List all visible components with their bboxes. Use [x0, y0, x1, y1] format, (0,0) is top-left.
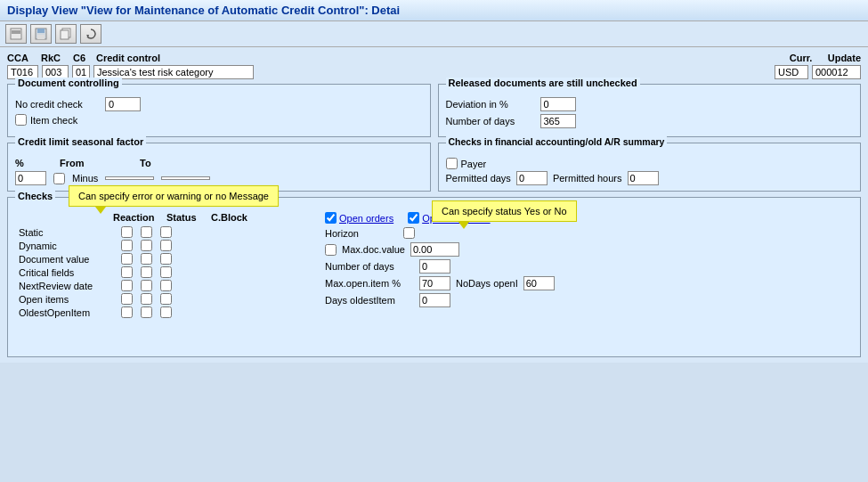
static-cb2[interactable] [141, 226, 152, 238]
item-check-checkbox[interactable] [15, 114, 27, 126]
open-items-cb1[interactable] [121, 293, 133, 305]
open-items-cb3[interactable] [160, 293, 172, 305]
max-open-item-row: Max.open.item % 70 NoDays openI 60 [325, 276, 853, 290]
doc-value-cb3[interactable] [160, 253, 172, 265]
no-days-open-label: NoDays openI [456, 278, 518, 289]
open-orders-checkbox[interactable] [325, 212, 337, 224]
permitted-days-value[interactable]: 0 [516, 171, 548, 185]
item-check-label: Item check [30, 115, 77, 126]
max-doc-label: Max.doc.value [342, 244, 405, 255]
top-panels: Document controlling No credit check 0 I… [7, 84, 861, 137]
next-review-row: NextReview date [15, 280, 318, 291]
oldest-open-row: OldestOpenItem [15, 306, 318, 318]
days-oldest-label: Days oldestItem [325, 295, 414, 306]
no-days-open-value[interactable]: 60 [523, 276, 555, 290]
toolbar-btn-copy[interactable] [55, 24, 77, 44]
horizon-label: Horizon [325, 228, 396, 239]
svg-rect-7 [61, 30, 69, 39]
next-review-cb3[interactable] [160, 280, 172, 291]
critical-cb1[interactable] [121, 266, 133, 278]
update-label: Update [828, 53, 861, 63]
oldest-open-cb2[interactable] [141, 306, 152, 318]
svg-rect-4 [37, 29, 45, 33]
credit-limit-title: Credit limit seasonal factor [15, 136, 146, 147]
dynamic-row: Dynamic [15, 240, 318, 251]
doc-controlling-panel: Document controlling No credit check 0 I… [7, 84, 431, 137]
toolbar [0, 21, 868, 47]
released-docs-title: Released documents are still unchecked [446, 78, 640, 88]
dynamic-cb2[interactable] [141, 240, 152, 251]
title-bar: Display View "View for Maintenance of Au… [0, 0, 868, 21]
critical-fields-label: Critical fields [19, 267, 117, 278]
deviation-value[interactable]: 0 [540, 97, 576, 111]
header-section: CCA RkC C6 Credit control Curr. Update T… [7, 53, 861, 79]
toolbar-btn-save[interactable] [30, 24, 52, 44]
dynamic-label: Dynamic [19, 241, 117, 251]
critical-cb2[interactable] [141, 266, 152, 278]
percent-header: % [15, 158, 42, 168]
open-deliveries-checkbox[interactable] [408, 212, 419, 224]
permitted-hours-value[interactable]: 0 [628, 171, 659, 185]
doc-value-cb1[interactable] [121, 253, 133, 265]
no-credit-check-value[interactable]: 0 [105, 97, 141, 111]
financial-checks-title: Checks in financial accounting/old A/R s… [446, 136, 668, 147]
open-items-label: Open items [19, 294, 117, 305]
checks-right: Open orders Open deliveries Horizon Can … [318, 212, 853, 320]
num-days-value[interactable]: 365 [540, 114, 576, 128]
from-header: From [60, 158, 122, 168]
oldest-open-cb3[interactable] [160, 306, 172, 318]
oldest-open-label: OldestOpenItem [19, 307, 117, 318]
oldest-open-cb1[interactable] [121, 306, 133, 318]
deviation-label: Deviation in % [446, 99, 535, 110]
main-content: CCA RkC C6 Credit control Curr. Update T… [0, 47, 868, 363]
tooltip2-text: Can specify status Yes or No [432, 200, 577, 222]
doc-value-label: Document value [19, 254, 117, 265]
from-value[interactable] [105, 176, 154, 180]
num-days-checks-label: Number of days [325, 261, 414, 272]
toolbar-btn-edit[interactable] [5, 24, 27, 44]
open-orders-label[interactable]: Open orders [339, 213, 393, 224]
page-title: Display View "View for Maintenance of Au… [7, 4, 400, 17]
critical-cb3[interactable] [160, 266, 172, 278]
days-oldest-value[interactable]: 0 [419, 293, 450, 307]
c6-label: C6 [73, 53, 89, 63]
curr-value: USD [775, 65, 808, 79]
max-open-item-value[interactable]: 70 [419, 276, 450, 290]
checks-section: Checks Reaction Status C.Block Can speci… [7, 197, 861, 357]
minus-checkbox[interactable] [53, 173, 65, 184]
num-days-checks-value[interactable]: 0 [419, 259, 450, 274]
tooltip-status: Can specify status Yes or No [432, 200, 577, 229]
curr-label: Curr. [790, 53, 821, 63]
financial-checks-panel: Checks in financial accounting/old A/R s… [438, 143, 862, 192]
next-review-cb1[interactable] [121, 280, 133, 291]
dynamic-cb1[interactable] [121, 240, 133, 251]
static-cb1[interactable] [121, 226, 133, 238]
toolbar-btn-refresh[interactable] [80, 24, 101, 44]
doc-value-cb2[interactable] [141, 253, 152, 265]
to-value[interactable] [161, 176, 210, 180]
doc-controlling-title: Document controlling [15, 78, 122, 88]
checks-left: Reaction Status C.Block Can specify erro… [15, 212, 318, 320]
tooltip1-text: Can specify error or warning or no Messa… [69, 185, 279, 207]
payer-checkbox[interactable] [446, 158, 458, 169]
max-doc-checkbox[interactable] [325, 244, 337, 256]
static-cb3[interactable] [160, 226, 172, 238]
horizon-checkbox[interactable] [403, 227, 415, 239]
percent-value[interactable]: 0 [15, 171, 46, 185]
doc-value-row: Document value [15, 253, 318, 265]
next-review-cb2[interactable] [141, 280, 152, 291]
no-credit-check-label: No credit check [15, 99, 100, 110]
credit-control-label: Credit control [96, 53, 230, 63]
checks-title: Checks [15, 191, 55, 201]
middle-panels: Credit limit seasonal factor % From To 0… [7, 143, 861, 192]
dynamic-cb3[interactable] [160, 240, 172, 251]
rkc-label: RkC [41, 53, 66, 63]
static-label: Static [19, 227, 117, 238]
next-review-label: NextReview date [19, 281, 117, 291]
update-value: 000012 [812, 65, 861, 79]
open-items-row: Open items [15, 293, 318, 305]
max-doc-value[interactable]: 0.00 [410, 242, 459, 257]
payer-label: Payer [461, 159, 487, 169]
permitted-days-label: Permitted days [446, 173, 511, 184]
open-items-cb2[interactable] [141, 293, 152, 305]
